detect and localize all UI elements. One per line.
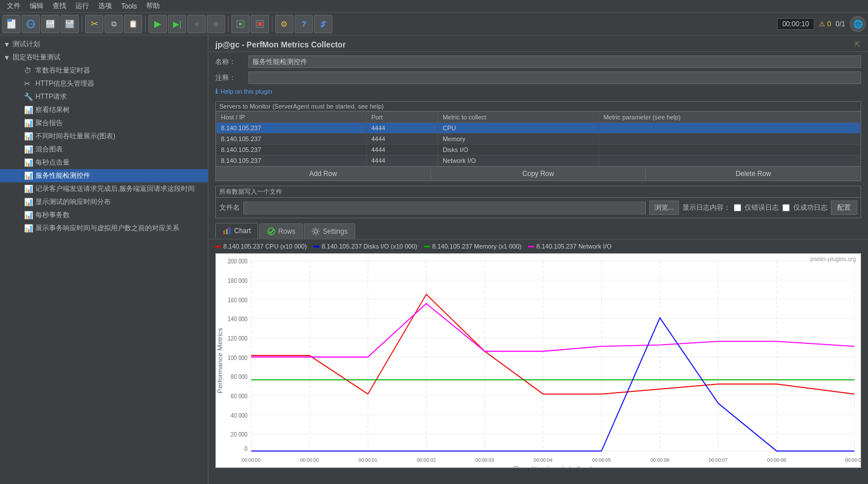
sidebar-item-const-throughput[interactable]: ⏱ 常数吞吐量定时器 <box>0 64 208 77</box>
svg-rect-6 <box>47 25 53 27</box>
cell-metric: Memory <box>438 134 598 145</box>
svg-text:180 000: 180 000 <box>228 277 248 284</box>
legend-network-label: 8.140.105.237 Network I/O <box>536 243 611 250</box>
tab-chart[interactable]: Chart <box>215 223 258 239</box>
template-button[interactable]: ⚙ <box>275 15 294 33</box>
copy-button[interactable]: ⧉ <box>105 15 123 33</box>
toolbar-right: 00:00:10 ⚠ 0 0/1 🌐 <box>777 16 866 32</box>
expand-icon[interactable]: ⇱ <box>854 40 861 49</box>
svg-text:00:00:03: 00:00:03 <box>475 457 494 463</box>
record-button[interactable]: ● <box>187 15 206 33</box>
menu-find[interactable]: 查找 <box>48 0 71 12</box>
delete-row-button[interactable]: Delete Row <box>646 167 861 181</box>
tab-chart-label: Chart <box>234 227 251 235</box>
globe-button[interactable]: 🌐 <box>850 16 866 32</box>
table-row[interactable]: 8.140.105.237 4444 Memory <box>216 134 861 145</box>
svg-point-20 <box>314 230 318 233</box>
menu-options[interactable]: 选项 <box>94 0 116 12</box>
sidebar-item-result-tree[interactable]: 📊 察看结果树 <box>0 103 208 117</box>
menu-run[interactable]: 运行 <box>71 0 94 12</box>
sidebar-item-http-header[interactable]: ✂ HTTP信息头管理器 <box>0 77 208 90</box>
toolbar: ✂ ⧉ 📋 ▶ ▶| ● ■ ⚙ ? 00:00:10 ⚠ 0 0/1 🌐 <box>0 13 868 35</box>
remote-stop-button[interactable] <box>251 15 269 33</box>
browse-button[interactable]: 浏览... <box>649 201 679 215</box>
svg-text:00:00:04: 00:00:04 <box>533 457 552 463</box>
sidebar-item-test-plan[interactable]: ▼ 测试计划 <box>0 38 208 51</box>
col-param: Metric parameter (see help) <box>598 112 860 123</box>
pause-button[interactable]: ▶| <box>168 15 186 33</box>
success-log-checkbox[interactable] <box>782 204 790 211</box>
log-content-label: 显示日志内容： <box>682 203 730 213</box>
header-icon: ✂ <box>24 79 33 88</box>
name-row: 名称： <box>215 55 861 68</box>
svg-rect-5 <box>48 20 51 23</box>
sidebar-item-mixed-chart[interactable]: 📊 混合图表 <box>0 143 208 156</box>
sidebar-item-vs-users[interactable]: 📊 展示事务响应时间与虚拟用户数之前的对应关系 <box>0 222 208 235</box>
table-row[interactable]: 8.140.105.237 4444 CPU <box>216 123 861 134</box>
comment-label: 注释： <box>215 73 244 83</box>
sidebar-item-label: 察看结果树 <box>35 105 70 115</box>
paste-button[interactable]: 📋 <box>124 15 142 33</box>
settings-tab-icon <box>311 227 320 236</box>
new-button[interactable] <box>2 15 21 33</box>
svg-rect-13 <box>258 22 262 26</box>
sidebar-item-http-request[interactable]: 🔧 HTTP请求 <box>0 90 208 103</box>
sidebar-item-perfmon[interactable]: 📊 服务性能检测控件 <box>0 169 208 182</box>
menu-edit[interactable]: 编辑 <box>25 0 48 12</box>
menu-file[interactable]: 文件 <box>2 0 25 12</box>
svg-text:0: 0 <box>244 446 248 453</box>
svg-text:Performance Metrics: Performance Metrics <box>216 327 223 393</box>
form-area: 名称： 注释： ℹ Help on this plugin <box>208 52 868 99</box>
save-button[interactable] <box>61 15 79 33</box>
sidebar-item-throughput-chart[interactable]: 📊 不同时间吞吐量展示(图表) <box>0 130 208 143</box>
error-log-checkbox[interactable] <box>734 204 741 211</box>
cell-host: 8.140.105.237 <box>216 123 367 134</box>
cut-button[interactable]: ✂ <box>85 15 103 33</box>
sidebar-item-fixed-throughput[interactable]: ▼ 固定吞吐量测试 <box>0 51 208 64</box>
config-button[interactable]: 配置 <box>831 201 857 215</box>
sep2 <box>145 16 146 32</box>
sidebar-item-label: 聚合报告 <box>35 118 63 128</box>
link-button[interactable] <box>314 15 332 33</box>
table-row[interactable]: 8.140.105.237 4444 Network I/O <box>216 155 861 166</box>
help-button[interactable]: ? <box>295 15 313 33</box>
stop-button[interactable]: ■ <box>207 15 225 33</box>
report-icon: 📊 <box>24 119 33 127</box>
save-as-button[interactable] <box>41 15 59 33</box>
help-link-text[interactable]: Help on this plugin <box>220 88 272 95</box>
chevron-down-icon: ▼ <box>3 54 10 62</box>
start-button[interactable]: ▶ <box>148 15 167 33</box>
col-port: Port <box>367 112 438 123</box>
comment-input[interactable] <box>248 71 861 84</box>
chart-icon: 📊 <box>24 198 33 206</box>
svg-text:100 000: 100 000 <box>228 354 248 361</box>
main-layout: ▼ 测试计划 ▼ 固定吞吐量测试 ⏱ 常数吞吐量定时器 ✂ HTTP信息头管理器… <box>0 35 868 484</box>
legend-cpu-dot <box>215 246 221 247</box>
copy-row-button[interactable]: Copy Row <box>431 167 646 181</box>
add-row-button[interactable]: Add Row <box>216 167 431 181</box>
sidebar-item-label: 混合图表 <box>35 145 63 154</box>
help-link[interactable]: ℹ Help on this plugin <box>215 87 861 95</box>
sidebar-item-response-time[interactable]: 📊 记录客户端发送请求完成后,服务端返回请求这段时间 <box>0 182 208 195</box>
chart-area: 8.140.105.237 CPU (x10 000) 8.140.105.23… <box>208 239 868 484</box>
name-input[interactable] <box>248 55 861 68</box>
svg-text:00:00:09: 00:00:09 <box>845 457 861 463</box>
sidebar-item-distribution[interactable]: 📊 显示测试的响应时间分布 <box>0 195 208 209</box>
cell-metric: Disks I/O <box>438 145 598 155</box>
sidebar-item-aggregate[interactable]: 📊 聚合报告 <box>0 117 208 130</box>
menu-help[interactable]: 帮助 <box>142 0 164 12</box>
sidebar-item-hits[interactable]: 📊 每秒点击量 <box>0 156 208 169</box>
remote-start-button[interactable] <box>231 15 250 33</box>
tab-settings[interactable]: Settings <box>304 223 355 239</box>
cell-port: 4444 <box>367 123 438 134</box>
sidebar-item-label: 测试计划 <box>13 39 40 49</box>
sidebar-item-tps[interactable]: 📊 每秒事务数 <box>0 209 208 222</box>
warning-icon: ⚠ <box>819 20 825 28</box>
tab-rows[interactable]: Rows <box>259 223 303 239</box>
menu-tools[interactable]: Tools <box>116 1 142 11</box>
table-buttons: Add Row Copy Row Delete Row <box>216 166 861 181</box>
open-button[interactable] <box>22 15 40 33</box>
table-row[interactable]: 8.140.105.237 4444 Disks I/O <box>216 145 861 155</box>
chart-tab-icon <box>223 226 232 235</box>
file-input[interactable] <box>243 202 646 214</box>
